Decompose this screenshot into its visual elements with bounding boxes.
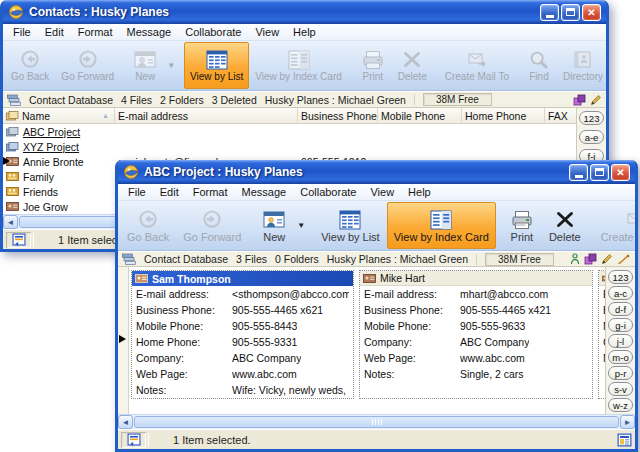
menu-help[interactable]: Help: [286, 25, 323, 39]
index-card-selected[interactable]: Sam Thompson E-mail address:<sthompson@a…: [131, 270, 354, 399]
scrollbar-thumb[interactable]: [134, 416, 619, 428]
maximize-icon: [566, 8, 575, 16]
close-button[interactable]: ✕: [582, 4, 601, 21]
view-by-index-card-button[interactable]: View by Index Card: [387, 202, 496, 249]
pencil-icon[interactable]: [590, 94, 602, 106]
index-tab-a-c[interactable]: a-c: [608, 286, 633, 300]
layers-icon[interactable]: [573, 94, 586, 106]
view-mode-icon: [127, 433, 141, 446]
menu-format[interactable]: Format: [186, 185, 235, 199]
view-by-index-card-button[interactable]: View by Index Card: [249, 42, 348, 89]
field-value: 905-555-8443: [232, 320, 297, 332]
scroll-left-button[interactable]: ◄: [118, 415, 133, 429]
menu-format[interactable]: Format: [71, 25, 120, 39]
minimize-button[interactable]: [540, 4, 559, 21]
menu-help[interactable]: Help: [401, 185, 438, 199]
go-forward-button[interactable]: Go Forward: [55, 42, 120, 89]
menu-file[interactable]: File: [6, 25, 38, 39]
go-forward-icon: [200, 209, 224, 231]
menu-view[interactable]: View: [363, 185, 401, 199]
maximize-button[interactable]: [561, 4, 580, 21]
field-value: <sthompson@abcco.com>: [232, 288, 349, 300]
scroll-right-button[interactable]: ►: [620, 415, 635, 429]
menu-collaborate[interactable]: Collaborate: [293, 185, 363, 199]
index-tab-w-z[interactable]: w-z: [608, 398, 633, 412]
row-name[interactable]: Family: [23, 171, 54, 183]
index-tab-p-r[interactable]: p-r: [608, 366, 633, 380]
menu-file[interactable]: File: [121, 185, 153, 199]
row-name[interactable]: Friends: [23, 186, 58, 198]
create-mail-to-button[interactable]: Create Mail To: [439, 42, 515, 89]
menu-message[interactable]: Message: [120, 25, 179, 39]
column-fax[interactable]: FAX: [545, 108, 576, 123]
view-by-list-button[interactable]: View by List: [184, 42, 249, 89]
pencil-icon[interactable]: [601, 253, 613, 265]
status-text: 1 Item selected.: [173, 434, 251, 446]
go-forward-button[interactable]: Go Forward: [176, 202, 248, 249]
titlebar[interactable]: ABC Project : Husky Planes ✕: [118, 160, 635, 184]
field-label: Web Page:: [136, 368, 232, 380]
layers-icon[interactable]: [584, 253, 597, 265]
menu-collaborate[interactable]: Collaborate: [178, 25, 248, 39]
menu-edit[interactable]: Edit: [153, 185, 186, 199]
row-name[interactable]: Joe Grow: [23, 201, 68, 213]
index-tab-d-f[interactable]: d-f: [608, 302, 633, 316]
close-button[interactable]: ✕: [611, 164, 630, 181]
find-button[interactable]: Find: [521, 42, 557, 89]
view-by-list-button[interactable]: View by List: [314, 202, 387, 249]
index-tab-123[interactable]: 123: [579, 111, 604, 125]
index-card[interactable]: Mike Hart E-mail address:mhart@abcco.com…: [359, 270, 593, 399]
column-home-phone[interactable]: Home Phone: [462, 108, 545, 123]
create-mail-to-button[interactable]: Create Mail To: [594, 202, 635, 249]
index-tab-m-o[interactable]: m-o: [608, 350, 633, 364]
new-dropdown-arrow[interactable]: ▼: [167, 61, 175, 70]
window-title: ABC Project : Husky Planes: [144, 165, 564, 179]
index-card-clipped[interactable]: E-mail address: Business Phone: Mobile P…: [598, 270, 605, 399]
new-button[interactable]: New: [254, 207, 294, 245]
field-value: mhart@abcco.com: [460, 288, 548, 300]
column-mobile-phone[interactable]: Mobile Phone: [378, 108, 462, 123]
go-back-button[interactable]: Go Back: [120, 202, 176, 249]
print-button[interactable]: Print: [502, 202, 542, 249]
row-name[interactable]: ABC Project: [23, 126, 80, 138]
menu-message[interactable]: Message: [235, 185, 294, 199]
menu-view[interactable]: View: [248, 25, 286, 39]
column-name[interactable]: Name ▲: [3, 108, 115, 123]
column-headers: Name ▲ E-mail address Business Phone Mob…: [3, 108, 576, 124]
view-mode-button[interactable]: [121, 432, 146, 448]
row-name[interactable]: Annie Bronte: [23, 156, 84, 168]
row-selector-icon: [119, 335, 126, 343]
directory-button[interactable]: Directory: [557, 42, 606, 89]
infobar-folders: 0 Folders: [275, 253, 319, 265]
index-tab-j-l[interactable]: j-l: [608, 334, 633, 348]
new-button[interactable]: New: [126, 47, 164, 84]
view-by-list-icon: [204, 49, 230, 71]
close-icon: ✕: [587, 7, 595, 18]
column-business-phone[interactable]: Business Phone: [298, 108, 378, 123]
go-back-button[interactable]: Go Back: [5, 42, 55, 89]
card-header[interactable]: Sam Thompson: [132, 271, 353, 286]
maximize-button[interactable]: [590, 164, 609, 181]
view-mode-button[interactable]: [6, 232, 31, 248]
index-tab-123[interactable]: 123: [608, 270, 633, 284]
index-tab-g-i[interactable]: g-i: [608, 318, 633, 332]
column-email[interactable]: E-mail address: [115, 108, 298, 123]
index-tab-a-e[interactable]: a-e: [579, 130, 604, 144]
list-item[interactable]: XYZ Project: [3, 139, 576, 154]
index-tab-s-v[interactable]: s-v: [608, 382, 633, 396]
delete-button[interactable]: Delete: [392, 42, 433, 89]
new-dropdown-arrow[interactable]: ▼: [297, 221, 305, 230]
pen-icon[interactable]: [617, 253, 631, 265]
row-name[interactable]: XYZ Project: [23, 141, 79, 153]
field-value: www.abc.com: [232, 368, 297, 380]
delete-button[interactable]: Delete: [542, 202, 588, 249]
menu-edit[interactable]: Edit: [38, 25, 71, 39]
card-view-icon[interactable]: [617, 433, 632, 447]
minimize-button[interactable]: [569, 164, 588, 181]
list-item[interactable]: ABC Project: [3, 124, 576, 139]
titlebar[interactable]: Contacts : Husky Planes ✕: [3, 0, 606, 24]
card-header[interactable]: Mike Hart: [360, 271, 592, 286]
person-icon[interactable]: [570, 253, 580, 265]
scroll-left-button[interactable]: ◄: [3, 215, 18, 229]
print-button[interactable]: Print: [354, 42, 392, 89]
